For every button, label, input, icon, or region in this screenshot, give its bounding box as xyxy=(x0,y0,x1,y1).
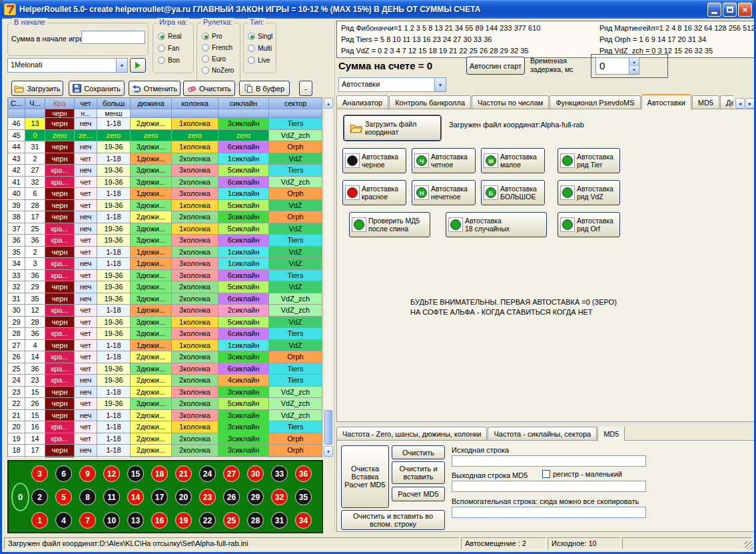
radio-icon[interactable] xyxy=(202,67,209,74)
table-row[interactable]: 343кра...неч1-181дюжи...3колонка1сиклайн… xyxy=(8,258,322,270)
tab-item-1[interactable]: Контроль банкролла xyxy=(389,95,471,109)
table-row[interactable]: 1914кра...чет1-182дюжи...2колонка3сиклай… xyxy=(8,433,322,445)
board-number-12[interactable]: 12 xyxy=(103,465,120,482)
collapse-button[interactable]: - xyxy=(299,81,312,96)
radio-option-real[interactable]: Real xyxy=(158,31,182,41)
minimize-button[interactable] xyxy=(707,3,721,17)
tab-item-5[interactable]: MD5 xyxy=(692,95,719,109)
column-header[interactable]: Кра xyxy=(45,98,75,109)
autospin-start-button[interactable]: Автоспин старт xyxy=(466,57,525,75)
board-number-11[interactable]: 11 xyxy=(103,489,120,505)
tabs-scroll-right-icon[interactable]: ► xyxy=(745,98,755,109)
check-md5-after-spin-button[interactable]: Проверить МД5после спина xyxy=(349,212,430,237)
radio-option-french[interactable]: French xyxy=(202,43,234,53)
radio-option-live[interactable]: Live xyxy=(248,55,272,65)
md5-big-button[interactable]: Очистка Вставка Расчет MD5 xyxy=(341,445,389,508)
delay-input[interactable]: 0 ▲ ▼ xyxy=(595,57,639,75)
spin-up-icon[interactable]: ▲ xyxy=(629,58,639,66)
board-number-27[interactable]: 27 xyxy=(223,465,240,482)
board-number-14[interactable]: 14 xyxy=(127,489,144,505)
table-row[interactable]: 274чернчет1-181дюжи...1колонка1сиклайнVd… xyxy=(8,340,322,352)
column-header[interactable]: сектор xyxy=(269,98,322,109)
radio-option-bon[interactable]: Bon xyxy=(158,55,182,65)
autobet-red-button[interactable]: Автоставкакрасное xyxy=(342,180,406,205)
table-row[interactable]: 4431черннеч19-363дюжи...1колонка6сиклайн… xyxy=(8,141,322,153)
radio-option-fan[interactable]: Fan xyxy=(158,43,182,53)
preset-combobox[interactable]: 1Melonati ▼ xyxy=(7,58,128,73)
table-row[interactable]: 4613черннеч1-182дюжи...1колонка3сиклайнT… xyxy=(8,118,322,130)
board-number-9[interactable]: 9 xyxy=(79,465,96,482)
table-row[interactable]: 352чернчет1-181дюжи...2колонка1сиклайнVd… xyxy=(8,247,322,259)
autobet-orf-button[interactable]: Автоставкаряд Orf xyxy=(558,212,620,237)
column-header[interactable]: чет xyxy=(75,98,97,109)
lowercase-checkbox[interactable]: регистр - маленький xyxy=(542,470,622,478)
board-number-17[interactable]: 17 xyxy=(151,489,168,505)
md5-clear-paste-aux-button[interactable]: Очистить и вставить во вспом. строку xyxy=(341,510,445,530)
maximize-button[interactable] xyxy=(723,3,737,17)
column-header[interactable]: сиклайн xyxy=(218,98,269,109)
board-number-34[interactable]: 34 xyxy=(295,512,312,529)
board-number-35[interactable]: 35 xyxy=(295,489,312,505)
table-row[interactable]: 2614кра...чет1-182дюжи...2колонка3сиклай… xyxy=(8,351,322,363)
table-row[interactable]: 1817черннеч1-182дюжи...2колонка3сиклайнO… xyxy=(8,445,322,457)
board-number-5[interactable]: 5 xyxy=(55,489,72,505)
board-number-19[interactable]: 19 xyxy=(175,512,192,529)
table-row[interactable]: 2315черннеч1-182дюжи...3колонка3сиклайнV… xyxy=(8,387,322,399)
radio-icon[interactable] xyxy=(202,33,209,40)
board-number-25[interactable]: 25 xyxy=(223,512,240,529)
board-number-23[interactable]: 23 xyxy=(199,489,216,505)
board-number-26[interactable]: 26 xyxy=(223,489,240,505)
autobet-odd-button[interactable]: НАвтоставканечетное xyxy=(412,180,476,205)
table-row[interactable]: 4227кра...неч19-363дюжи...3колонка5сикла… xyxy=(8,165,322,177)
autobet-even-button[interactable]: ЧАвтоставкачетное xyxy=(412,148,476,173)
board-number-16[interactable]: 16 xyxy=(151,512,168,529)
radio-icon[interactable] xyxy=(202,55,209,63)
board-number-21[interactable]: 21 xyxy=(175,465,192,482)
table-row[interactable]: 1710чернчет1-181дюжи...1колонка2сиклайнT… xyxy=(8,457,322,458)
column-header[interactable]: Ч... xyxy=(25,98,45,109)
radio-icon[interactable] xyxy=(248,33,255,40)
autobet-vdz-button[interactable]: Автоставкаряд VdZ xyxy=(558,180,620,205)
column-header[interactable]: больш xyxy=(97,98,131,109)
scroll-up-icon[interactable]: ▲ xyxy=(324,98,333,109)
table-row[interactable]: 2536кра...чет19-363дюжи...3колонка6сикла… xyxy=(8,363,322,375)
table-row[interactable]: 3229черннеч19-363дюжи...2колонка5сиклайн… xyxy=(8,281,322,293)
tab-item-4[interactable]: Автоставки xyxy=(641,94,691,109)
scroll-down-icon[interactable]: ▼ xyxy=(324,446,333,457)
md5-source-input[interactable] xyxy=(452,455,646,467)
subtab-item-1[interactable]: Частота - сиклайны, сектора xyxy=(488,427,597,441)
radio-option-singl[interactable]: Singl xyxy=(248,31,272,41)
board-number-8[interactable]: 8 xyxy=(79,489,96,505)
board-number-32[interactable]: 32 xyxy=(271,489,288,505)
radio-icon[interactable] xyxy=(158,33,165,40)
md5-output-input[interactable] xyxy=(452,481,646,492)
table-row[interactable]: 4132кра...чет19-363дюжи...2колонка6сикла… xyxy=(8,177,322,189)
radio-option-euro[interactable]: Euro xyxy=(202,54,234,64)
column-header[interactable]: дюжина xyxy=(131,98,172,109)
autobet-18-random-button[interactable]: Автоставка18 случайных xyxy=(446,212,547,237)
autobet-big-button[interactable]: БАвтоставкаБОЛЬШОЕ xyxy=(481,180,545,205)
table-row[interactable]: 2016кра...чет1-182дюжи...1колонка3сиклай… xyxy=(8,421,322,433)
table-row[interactable]: 432чернчет1-181дюжи...2колонка1сиклайнVd… xyxy=(8,153,322,165)
tab-item-6[interactable]: Делени xyxy=(720,95,733,109)
board-number-33[interactable]: 33 xyxy=(271,465,288,482)
board-number-6[interactable]: 6 xyxy=(55,465,72,482)
radio-option-pro[interactable]: Pro xyxy=(202,31,234,41)
table-row[interactable]: 2836кра...чет19-363дюжи...3колонка6сикла… xyxy=(8,328,322,340)
tab-item-3[interactable]: Функционал PsevdoMS xyxy=(550,95,640,109)
table-row[interactable]: 2928чернчет19-363дюжи...1колонка5сиклайн… xyxy=(8,317,322,329)
board-number-10[interactable]: 10 xyxy=(103,512,120,529)
board-number-30[interactable]: 30 xyxy=(247,465,264,482)
column-header[interactable]: колонка xyxy=(172,98,218,109)
tabs-scroll-left-icon[interactable]: ◄ xyxy=(735,98,745,109)
load-button[interactable]: Загрузить xyxy=(11,81,63,96)
board-number-20[interactable]: 20 xyxy=(175,489,192,505)
subtab-item-0[interactable]: Частота - Zero, шансы, дюжины, колонки xyxy=(336,427,487,441)
board-number-2[interactable]: 2 xyxy=(31,489,48,505)
radio-option-nozero[interactable]: NoZero xyxy=(202,65,234,75)
table-row[interactable]: 3928чернчет19-363дюжи...1колонка5сиклайн… xyxy=(8,200,322,212)
table-row[interactable]: 3336кра...чет19-363дюжи...3колонка6сикла… xyxy=(8,270,322,282)
board-number-36[interactable]: 36 xyxy=(295,465,312,482)
copy-to-clipboard-button[interactable]: В буфер xyxy=(239,81,290,96)
close-button[interactable]: × xyxy=(738,3,752,17)
